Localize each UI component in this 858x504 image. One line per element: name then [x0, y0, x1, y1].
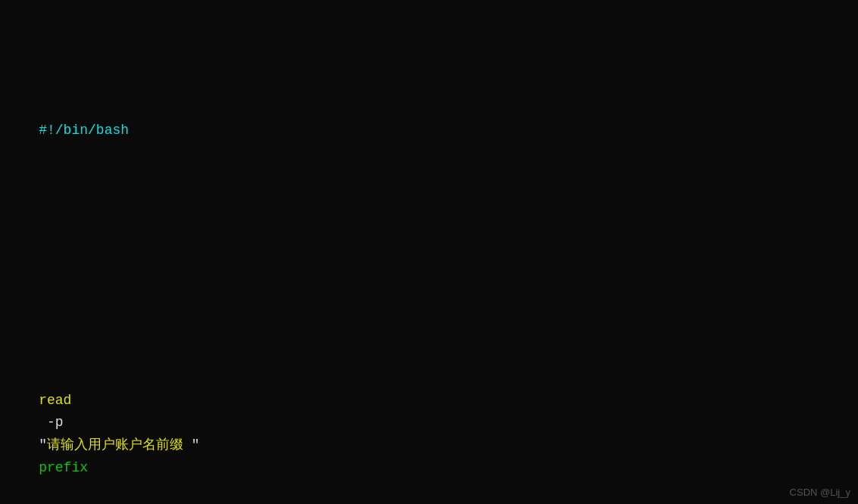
- line-read1: read -p "请输入用户账户名前缀 " prefix: [6, 367, 852, 502]
- line-blank1: [6, 255, 852, 278]
- watermark: CSDN @Lij_y: [790, 487, 850, 498]
- code-block: #!/bin/bash read -p "请输入用户账户名前缀 " prefix…: [0, 0, 858, 504]
- line-shebang: #!/bin/bash: [6, 98, 852, 165]
